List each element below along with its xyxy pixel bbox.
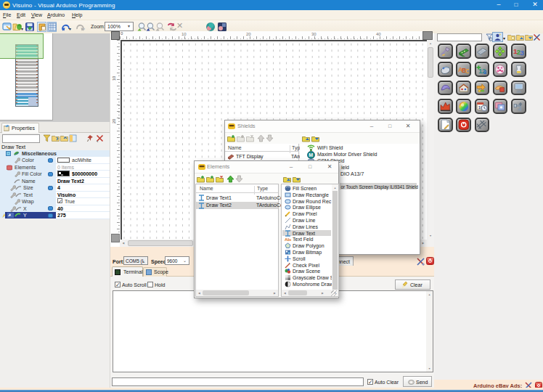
svg-text:3: 3 xyxy=(520,49,524,57)
svg-text:3: 3 xyxy=(483,69,487,75)
svg-text:M: M xyxy=(309,152,313,158)
svg-text:Abc: Abc xyxy=(285,237,291,242)
svg-text:C: C xyxy=(465,68,470,75)
